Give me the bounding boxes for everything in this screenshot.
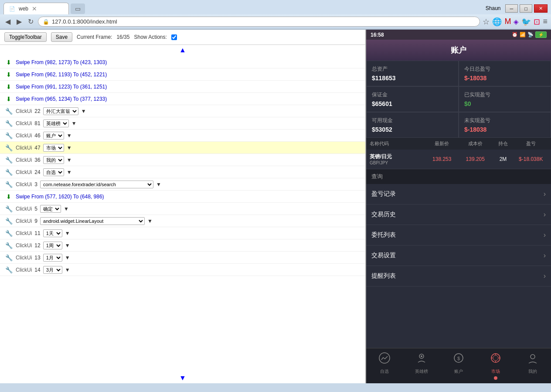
- status-bar: 16:58 ⏰ 📶 📡 ⚡: [366, 30, 551, 40]
- ext-icon2[interactable]: ◈: [514, 18, 519, 26]
- action-item: 🔧 ClickUi 24 自选 ▼: [0, 166, 365, 178]
- click-label: ClickUi: [16, 169, 32, 175]
- th-name: 名称代码: [370, 140, 425, 147]
- menu-item-label: 提醒列表: [371, 272, 396, 280]
- dropdown-arrow: ▼: [65, 267, 70, 273]
- nav-tab-heroes[interactable]: 英雄榜: [403, 348, 440, 383]
- action-select-47[interactable]: 市场: [43, 144, 64, 152]
- action-select-13[interactable]: 1月: [43, 254, 62, 262]
- browser-tab[interactable]: 📄 web ✕: [3, 3, 69, 14]
- account-header: 账户: [366, 40, 551, 61]
- swipe-icon: ⬇: [4, 95, 13, 102]
- position-volume: 2M: [492, 153, 514, 165]
- show-actions-checkbox[interactable]: [171, 34, 177, 40]
- menu-item-pnl-records[interactable]: 盈亏记录 ›: [366, 184, 551, 205]
- address-text: 127.0.0.1:8000/index.html: [52, 18, 475, 25]
- action-select-3[interactable]: com.netease.forextrader:id/search: [40, 181, 153, 188]
- action-item: 🔧 ClickUi 3 com.netease.forextrader:id/s…: [0, 178, 365, 191]
- action-select-22[interactable]: 外汇大富翁: [43, 107, 78, 115]
- scroll-up-button[interactable]: ▲: [0, 45, 365, 55]
- tab-close-button[interactable]: ✕: [32, 5, 37, 12]
- click-label: ClickUi: [16, 267, 32, 273]
- action-select-12[interactable]: 1周: [43, 242, 62, 249]
- scroll-down-button[interactable]: ▼: [0, 373, 365, 383]
- stat-value: $53052: [372, 126, 453, 133]
- stat-value: $118653: [372, 75, 453, 82]
- frame-value: 16/35: [116, 34, 129, 40]
- action-item: 🔧 ClickUi 5 确定 ▼: [0, 203, 365, 215]
- action-item-highlighted: 🔧 ClickUi 47 市场 ▼: [0, 142, 365, 154]
- click-icon: 🔧: [4, 144, 13, 151]
- menu-icon[interactable]: ≡: [543, 17, 548, 26]
- nav-tab-market[interactable]: 市场: [477, 348, 514, 383]
- toggle-toolbar-button[interactable]: ToggleToolbar: [4, 32, 47, 42]
- menu-item-label: 盈亏记录: [371, 190, 396, 198]
- dropdown-arrow: ▼: [67, 145, 72, 151]
- action-select-11[interactable]: 1天: [43, 229, 62, 237]
- gmail-icon[interactable]: M: [504, 17, 511, 26]
- click-label: ClickUi: [16, 133, 32, 139]
- forward-button[interactable]: ▶: [15, 17, 24, 27]
- click-id: 46: [34, 133, 40, 139]
- stat-value: $-18038: [464, 75, 545, 82]
- close-button[interactable]: ✕: [534, 4, 548, 13]
- ext-icon1[interactable]: 🌐: [492, 17, 502, 27]
- position-row[interactable]: 英镑/日元 GBP/JPY 138.253 139.205 2M $-18.03…: [366, 150, 551, 169]
- minimize-button[interactable]: ─: [505, 4, 518, 13]
- save-button[interactable]: Save: [51, 32, 72, 42]
- click-label: ClickUi: [16, 206, 32, 212]
- action-text: Swipe From (982, 1273) To (423, 1303): [16, 59, 361, 65]
- dropdown-arrow: ▼: [67, 157, 72, 163]
- action-select-9[interactable]: android.widget.LinearLayout: [40, 217, 145, 225]
- mine-icon: [527, 352, 539, 367]
- maximize-button[interactable]: □: [520, 4, 532, 13]
- th-cost: 成本价: [459, 140, 492, 147]
- menu-item-trade-settings[interactable]: 交易设置 ›: [366, 245, 551, 266]
- new-tab-button[interactable]: ▭: [71, 3, 85, 14]
- stat-label: 已实现盈亏: [464, 91, 545, 99]
- chevron-right-icon: ›: [544, 211, 546, 218]
- nav-tab-mine[interactable]: 我的: [514, 348, 551, 383]
- click-label: ClickUi: [16, 120, 32, 126]
- action-item: ⬇ Swipe From (577, 1620) To (648, 986): [0, 191, 365, 203]
- status-time: 16:58: [371, 32, 384, 38]
- active-indicator: [494, 376, 497, 380]
- dropdown-arrow: ▼: [67, 133, 72, 139]
- dropdown-arrow: ▼: [67, 169, 72, 175]
- pocket-icon[interactable]: ⊡: [534, 17, 540, 27]
- action-select-14[interactable]: 3月: [43, 266, 62, 274]
- back-button[interactable]: ◀: [3, 17, 12, 27]
- stat-value: $0: [464, 100, 545, 107]
- action-select-46[interactable]: 账户: [43, 132, 64, 140]
- ext-icon3[interactable]: 🐦: [521, 17, 531, 27]
- action-item: 🔧 ClickUi 22 外汇大富翁 ▼: [0, 105, 365, 117]
- action-select-81[interactable]: 英雄榜: [43, 119, 69, 127]
- click-icon: 🔧: [4, 218, 13, 225]
- address-bar[interactable]: 🔒 127.0.0.1:8000/index.html: [38, 17, 480, 27]
- position-code: GBP/JPY: [370, 160, 425, 165]
- frame-label: Current Frame:: [77, 34, 112, 40]
- nav-tab-account[interactable]: $ 账户: [440, 348, 477, 383]
- dropdown-arrow: ▼: [147, 218, 153, 224]
- click-id: 47: [34, 145, 40, 151]
- star-icon[interactable]: ☆: [483, 17, 490, 27]
- refresh-button[interactable]: ↻: [26, 17, 35, 27]
- action-select-36[interactable]: 我的: [43, 156, 64, 164]
- menu-item-trade-history[interactable]: 交易历史 ›: [366, 205, 551, 225]
- action-item: 🔧 ClickUi 46 账户 ▼: [0, 130, 365, 142]
- menu-item-orders[interactable]: 委托列表 ›: [366, 225, 551, 245]
- menu-item-alerts[interactable]: 提醒列表 ›: [366, 266, 551, 286]
- nav-tab-label: 账户: [454, 368, 463, 375]
- table-header: 名称代码 最新价 成本价 持仓 盈亏: [366, 138, 551, 150]
- click-icon: 🔧: [4, 230, 13, 237]
- dropdown-arrow: ▼: [65, 230, 70, 236]
- click-label: ClickUi: [16, 230, 32, 236]
- action-select-5[interactable]: 确定: [40, 205, 61, 213]
- dropdown-arrow: ▼: [65, 255, 70, 261]
- swipe-icon: ⬇: [4, 193, 13, 200]
- nav-tab-watchlist[interactable]: 自选: [366, 348, 403, 383]
- action-select-24[interactable]: 自选: [43, 168, 64, 176]
- action-text: Swipe From (991, 1223) To (361, 1251): [16, 84, 361, 90]
- svg-point-0: [379, 353, 390, 363]
- click-label: ClickUi: [16, 242, 32, 249]
